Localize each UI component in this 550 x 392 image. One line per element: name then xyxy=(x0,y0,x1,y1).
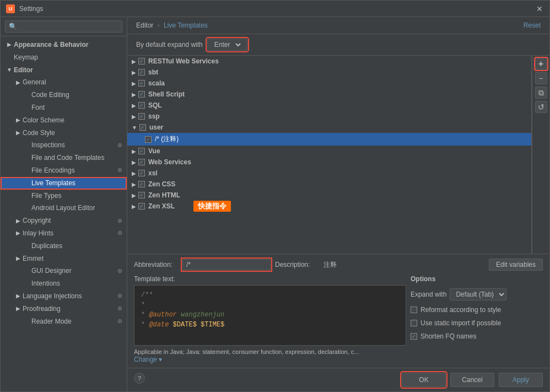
sidebar-item-file-types[interactable]: File Types xyxy=(1,190,127,202)
template-group-scala[interactable]: ▶ scala xyxy=(127,78,531,89)
add-template-button[interactable]: + xyxy=(535,58,547,70)
template-group-sql[interactable]: ▶ SQL xyxy=(127,100,531,111)
expand-dropdown[interactable]: Enter Tab Space xyxy=(207,39,247,51)
help-button[interactable]: ? xyxy=(134,373,145,384)
sidebar-item-code-style[interactable]: ▶ Code Style xyxy=(1,127,127,139)
group-checkbox[interactable] xyxy=(138,80,145,87)
group-checkbox[interactable] xyxy=(138,91,145,98)
template-group-zen-xsl[interactable]: ▶ Zen XSL 快捷指令 xyxy=(127,201,531,212)
sidebar-item-editor[interactable]: ▼ Editor xyxy=(1,64,127,77)
sidebar-label: Inspections xyxy=(23,141,65,150)
arrow-icon: ▶ xyxy=(132,181,136,187)
breadcrumb-separator: › xyxy=(158,22,160,29)
group-checkbox[interactable] xyxy=(138,58,145,65)
apply-button[interactable]: Apply xyxy=(499,373,543,387)
settings-icon: ⚙ xyxy=(117,167,122,174)
sidebar-item-general[interactable]: ▶ General xyxy=(1,76,127,89)
close-button[interactable]: ✕ xyxy=(535,4,544,13)
group-checkbox[interactable] xyxy=(138,102,145,109)
arrow-icon: ▶ xyxy=(14,79,23,87)
template-group-user[interactable]: ▼ user xyxy=(127,122,531,133)
sidebar-item-color-scheme[interactable]: ▶ Color Scheme xyxy=(1,114,127,127)
sidebar-item-code-editing[interactable]: Code Editing xyxy=(1,89,127,101)
template-group-ssp[interactable]: ▶ ssp xyxy=(127,111,531,122)
arrow-icon: ▶ xyxy=(14,305,23,313)
group-checkbox[interactable] xyxy=(138,203,145,210)
template-group-shell[interactable]: ▶ Shell Script xyxy=(127,89,531,100)
sidebar-label: Color Scheme xyxy=(23,116,64,125)
arrow-icon: ▶ xyxy=(14,229,23,237)
sidebar-item-live-templates[interactable]: Live Templates xyxy=(1,177,127,190)
sidebar-item-android-layout[interactable]: Android Layout Editor xyxy=(1,202,127,214)
sidebar-item-inspections[interactable]: Inspections ⚙ xyxy=(1,139,127,152)
sidebar-item-appearance[interactable]: ▶ Appearance & Behavior xyxy=(1,39,127,51)
shortcut-tooltip: 快捷指令 xyxy=(193,201,231,212)
sidebar-item-file-templates[interactable]: File and Code Templates xyxy=(1,152,127,164)
sidebar-item-copyright[interactable]: ▶ Copyright ⚙ xyxy=(1,214,127,227)
abbreviation-input[interactable] xyxy=(182,259,271,270)
sidebar-label: Code Style xyxy=(23,128,55,138)
group-checkbox[interactable] xyxy=(138,181,145,187)
side-toolbar: + − ⧉ ↺ xyxy=(532,56,549,254)
bottom-area: Abbreviation: Description: 注释 Edit varia… xyxy=(127,254,549,368)
sidebar-item-gui-designer[interactable]: GUI Designer ⚙ xyxy=(1,265,127,277)
template-group-web-services[interactable]: ▶ Web Services xyxy=(127,157,531,168)
reformat-option: Reformat according to style xyxy=(411,306,543,314)
arrow-icon: ▼ xyxy=(5,66,14,74)
edit-variables-button[interactable]: Edit variables xyxy=(489,259,543,271)
abbreviation-row: Abbreviation: Description: 注释 Edit varia… xyxy=(134,259,543,271)
code-line: * @date $DATE$ $TIME$ xyxy=(141,320,399,330)
template-group-restful[interactable]: ▶ RESTful Web Services xyxy=(127,56,531,67)
sidebar-label: GUI Designer xyxy=(23,266,72,276)
template-group-zen-html[interactable]: ▶ Zen HTML xyxy=(127,190,531,201)
reset-button[interactable]: Reset xyxy=(524,22,541,29)
expand-with-select[interactable]: Default (Tab) Tab Enter Space xyxy=(450,288,506,300)
reformat-label: Reformat according to style xyxy=(420,306,501,314)
group-checkbox[interactable] xyxy=(138,69,145,76)
static-import-option: Use static import if possible xyxy=(411,319,543,327)
remove-template-button[interactable]: − xyxy=(535,72,547,84)
sidebar-label: File Encodings xyxy=(23,166,75,175)
reformat-checkbox[interactable] xyxy=(411,307,417,313)
sidebar-item-font[interactable]: Font xyxy=(1,101,127,114)
arrow-icon: ▶ xyxy=(132,170,136,176)
sidebar-item-duplicates[interactable]: Duplicates xyxy=(1,240,127,253)
sidebar-label: Editor xyxy=(14,66,33,75)
sidebar-item-emmet[interactable]: ▶ Emmet xyxy=(1,253,127,265)
sidebar-item-inlay-hints[interactable]: ▶ Inlay Hints ⚙ xyxy=(1,227,127,240)
sidebar-item-file-encodings[interactable]: File Encodings ⚙ xyxy=(1,164,127,177)
group-checkbox[interactable] xyxy=(138,192,145,198)
sidebar-item-keymap[interactable]: Keymap xyxy=(1,51,127,64)
sidebar-label: Emmet xyxy=(23,254,44,264)
copy-template-button[interactable]: ⧉ xyxy=(535,87,547,99)
sidebar-item-reader-mode[interactable]: Reader Mode ⚙ xyxy=(1,315,127,328)
ok-button[interactable]: OK xyxy=(402,373,446,387)
group-checkbox[interactable] xyxy=(138,113,145,120)
template-group-zen-css[interactable]: ▶ Zen CSS xyxy=(127,179,531,190)
cancel-button[interactable]: Cancel xyxy=(450,373,494,387)
expand-select[interactable]: Enter Tab Space xyxy=(212,40,242,49)
template-item-user-comment[interactable]: /* (注释) xyxy=(127,133,531,146)
code-editor[interactable]: /** * * @author wangzhenjun * @date $DAT… xyxy=(134,285,406,346)
search-input[interactable] xyxy=(5,20,122,33)
template-group-vue[interactable]: ▶ Vue xyxy=(127,146,531,157)
sidebar-label: Intentions xyxy=(23,279,60,288)
code-tag: @date xyxy=(149,321,169,329)
group-checkbox[interactable] xyxy=(138,159,145,165)
template-group-xsl[interactable]: ▶ xsl xyxy=(127,168,531,179)
sidebar-item-intentions[interactable]: Intentions xyxy=(1,277,127,290)
change-link[interactable]: Change ▾ xyxy=(134,356,162,363)
shorten-fq-checkbox[interactable] xyxy=(411,333,417,340)
group-checkbox[interactable] xyxy=(138,170,145,176)
sidebar-item-proofreading[interactable]: ▶ Proofreading ⚙ xyxy=(1,303,127,315)
reset-template-button[interactable]: ↺ xyxy=(535,101,547,113)
group-checkbox[interactable] xyxy=(138,148,145,154)
group-checkbox[interactable] xyxy=(139,124,146,131)
code-line: * @author wangzhenjun xyxy=(141,310,399,320)
template-group-sbt[interactable]: ▶ sbt xyxy=(127,67,531,78)
main-panel: Editor › Live Templates Reset By default… xyxy=(127,17,549,391)
static-import-checkbox[interactable] xyxy=(411,320,417,326)
arrow-icon: ▶ xyxy=(14,292,23,300)
sidebar-item-language-injections[interactable]: ▶ Language Injections ⚙ xyxy=(1,290,127,303)
item-checkbox[interactable] xyxy=(145,136,152,143)
